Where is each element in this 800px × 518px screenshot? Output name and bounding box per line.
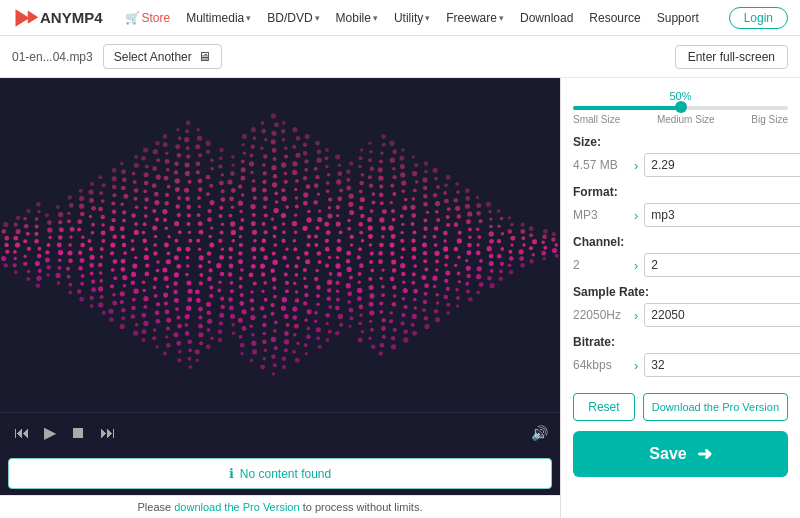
svg-point-81 [78, 251, 82, 255]
svg-point-47 [47, 265, 51, 269]
svg-point-817 [404, 198, 408, 202]
svg-point-650 [328, 206, 332, 210]
svg-point-544 [281, 213, 286, 218]
sample-rate-setting: Sample Rate: 22050Hz › Hz [573, 285, 788, 327]
svg-point-183 [133, 331, 138, 336]
svg-point-246 [164, 243, 169, 248]
svg-point-303 [185, 247, 190, 252]
svg-point-761 [380, 152, 383, 155]
svg-point-414 [230, 314, 235, 319]
bitrate-input[interactable] [644, 353, 800, 377]
svg-point-755 [369, 320, 372, 323]
nav-bddvd[interactable]: BD/DVD ▾ [261, 9, 325, 27]
svg-point-300 [187, 222, 191, 226]
size-input[interactable] [644, 153, 800, 177]
svg-point-979 [499, 269, 503, 273]
svg-point-102 [89, 296, 94, 301]
svg-point-384 [219, 255, 224, 260]
select-another-button[interactable]: Select Another 🖥 [103, 44, 222, 69]
pro-version-link[interactable]: download the Pro Version [174, 501, 299, 513]
svg-point-978 [500, 262, 504, 266]
nav-store[interactable]: 🛒 Store [119, 9, 177, 27]
fullscreen-button[interactable]: Enter full-screen [675, 45, 788, 69]
stop-button[interactable]: ⏹ [68, 422, 88, 444]
svg-point-143 [122, 178, 127, 183]
svg-point-295 [188, 180, 192, 184]
svg-point-639 [314, 320, 317, 323]
play-button[interactable]: ▶ [42, 421, 58, 444]
bitrate-original: 64kbps [573, 358, 628, 372]
logo[interactable]: ANYMP4 [12, 4, 103, 32]
volume-icon: 🔊 [531, 425, 548, 441]
svg-point-703 [349, 276, 353, 280]
svg-point-629 [314, 235, 318, 239]
pro-version-button[interactable]: Download the Pro Version [643, 393, 788, 421]
svg-point-821 [400, 231, 403, 234]
nav-freeware[interactable]: Freeware ▾ [440, 9, 510, 27]
svg-point-206 [142, 329, 147, 334]
svg-point-126 [111, 201, 115, 205]
svg-point-535 [282, 138, 285, 141]
svg-point-533 [282, 121, 286, 125]
forward-button[interactable]: ⏭ [98, 422, 118, 444]
svg-point-52 [59, 227, 64, 232]
svg-point-581 [293, 282, 296, 285]
bitrate-setting: Bitrate: 64kbps › kbps [573, 335, 788, 377]
svg-point-375 [219, 181, 224, 186]
nav-support[interactable]: Support [651, 9, 705, 27]
svg-point-190 [144, 197, 149, 202]
svg-point-400 [229, 196, 234, 201]
svg-point-184 [143, 147, 148, 152]
svg-point-1003 [543, 229, 548, 234]
svg-point-508 [271, 165, 276, 170]
svg-point-304 [186, 256, 190, 260]
svg-point-591 [305, 134, 310, 139]
nav-resource[interactable]: Resource [583, 9, 646, 27]
format-input[interactable] [644, 203, 800, 227]
svg-point-325 [198, 187, 202, 191]
svg-point-589 [292, 350, 296, 354]
svg-point-93 [91, 223, 95, 227]
svg-point-73 [79, 189, 83, 193]
svg-point-159 [121, 308, 126, 313]
login-button[interactable]: Login [729, 7, 788, 29]
svg-point-284 [173, 332, 178, 337]
svg-point-174 [134, 256, 137, 259]
svg-point-847 [412, 255, 417, 260]
reset-button[interactable]: Reset [573, 393, 635, 421]
slider-fill [573, 106, 681, 110]
svg-point-840 [411, 197, 415, 201]
svg-point-651 [327, 214, 332, 219]
channel-input[interactable] [644, 253, 800, 277]
nav-utility[interactable]: Utility ▾ [388, 9, 436, 27]
svg-point-272 [178, 230, 182, 234]
save-button[interactable]: Save ➜ [573, 431, 788, 477]
svg-point-317 [189, 365, 193, 369]
svg-point-382 [218, 239, 222, 243]
svg-point-31 [35, 224, 39, 228]
svg-point-660 [327, 288, 331, 292]
svg-point-435 [239, 285, 243, 289]
nav-download[interactable]: Download [514, 9, 579, 27]
svg-point-692 [346, 186, 351, 191]
rewind-button[interactable]: ⏮ [12, 422, 32, 444]
svg-point-889 [435, 260, 439, 264]
svg-point-652 [324, 222, 329, 227]
svg-point-760 [382, 143, 386, 147]
sample-rate-input[interactable] [644, 303, 800, 327]
svg-point-40 [45, 213, 49, 217]
right-panel: 50% Small Size Medium Size Big Size Size… [560, 78, 800, 518]
svg-point-894 [436, 301, 440, 305]
slider-thumb[interactable] [675, 101, 687, 113]
nav-multimedia[interactable]: Multimedia ▾ [180, 9, 257, 27]
svg-point-583 [295, 298, 300, 303]
nav-mobile[interactable]: Mobile ▾ [330, 9, 384, 27]
svg-point-152 [123, 251, 127, 255]
svg-point-406 [229, 247, 234, 252]
svg-point-6 [5, 250, 9, 254]
svg-point-973 [497, 224, 500, 227]
svg-point-917 [454, 198, 459, 203]
slider-track[interactable] [573, 106, 788, 110]
svg-point-647 [326, 181, 330, 185]
svg-point-452 [253, 196, 257, 200]
